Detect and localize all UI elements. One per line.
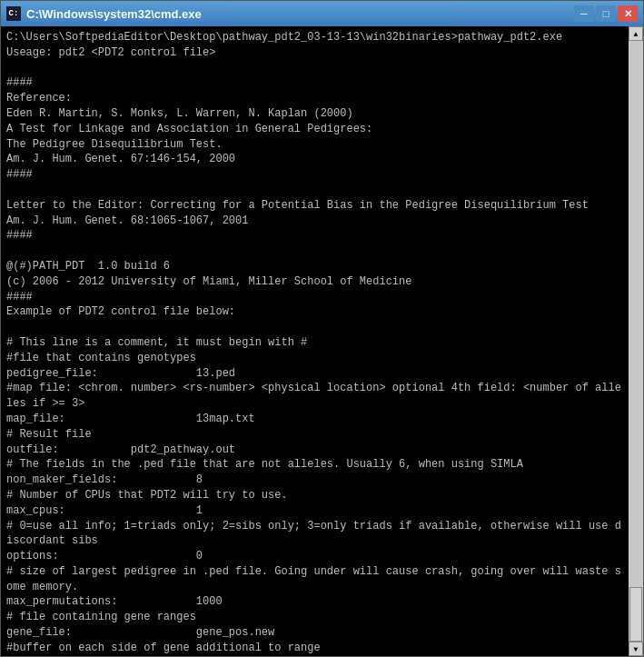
cmd-window: C: C:\Windows\system32\cmd.exe ─ □ ✕ C:\… [0,0,644,657]
title-bar: C: C:\Windows\system32\cmd.exe ─ □ ✕ [1,1,643,26]
scrollbar-thumb[interactable] [629,587,642,642]
maximize-button[interactable]: □ [596,5,616,22]
window-title: C:\Windows\system32\cmd.exe [26,7,202,21]
title-buttons: ─ □ ✕ [574,5,638,22]
scrollbar: ▲ ▼ [629,26,643,656]
scrollbar-track [629,41,643,642]
cmd-icon: C: [6,6,21,21]
scrollbar-up-button[interactable]: ▲ [629,26,643,41]
terminal-output[interactable]: C:\Users\SoftpediaEditor\Desktop\pathway… [1,26,629,656]
title-bar-left: C: C:\Windows\system32\cmd.exe [6,6,202,21]
cmd-icon-label: C: [9,9,19,18]
minimize-button[interactable]: ─ [574,5,594,22]
content-area: C:\Users\SoftpediaEditor\Desktop\pathway… [1,26,643,656]
close-button[interactable]: ✕ [618,5,638,22]
scrollbar-down-button[interactable]: ▼ [629,642,643,656]
